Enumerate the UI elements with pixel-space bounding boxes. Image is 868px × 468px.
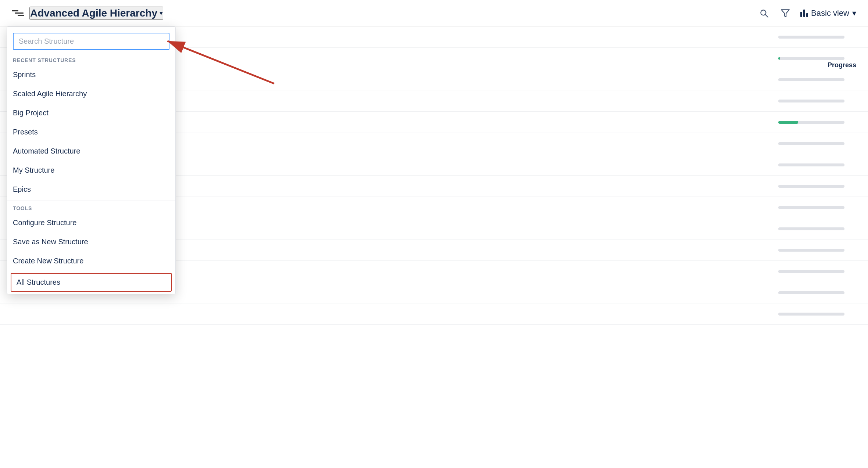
- progress-bar: [778, 206, 844, 209]
- menu-item-save-as-new[interactable]: Save as New Structure: [7, 233, 175, 252]
- search-button[interactable]: [758, 7, 770, 19]
- progress-bar: [778, 78, 844, 81]
- progress-bar: [778, 163, 844, 166]
- svg-line-1: [765, 14, 768, 17]
- basic-view-chevron: ▾: [852, 8, 856, 18]
- filter-button[interactable]: [779, 7, 792, 19]
- menu-item-epics[interactable]: Epics: [7, 180, 175, 199]
- bar-chart-icon: [800, 10, 808, 17]
- structure-title-text: Advanced Agile Hierarchy: [30, 7, 157, 19]
- progress-bar: [778, 313, 844, 316]
- main-content: Progress ...c ...ant Epic ...portant sub…: [0, 26, 868, 468]
- progress-bar: [778, 249, 844, 252]
- progress-bar: [778, 227, 844, 230]
- menu-item-big-project[interactable]: Big Project: [7, 104, 175, 123]
- menu-item-my-structure[interactable]: My Structure: [7, 161, 175, 180]
- svg-marker-2: [781, 10, 789, 17]
- search-structure-input[interactable]: [13, 33, 169, 50]
- header-right: Basic view ▾: [758, 7, 856, 19]
- progress-bar: [778, 100, 844, 102]
- progress-bar: [778, 270, 844, 273]
- search-box-wrap: [7, 27, 175, 54]
- menu-item-scaled-agile[interactable]: Scaled Agile Hierarchy: [7, 84, 175, 104]
- structure-title-button[interactable]: Advanced Agile Hierarchy ▾: [29, 7, 163, 20]
- progress-bar: [778, 121, 844, 124]
- menu-item-presets[interactable]: Presets: [7, 123, 175, 142]
- menu-item-configure-structure[interactable]: Configure Structure: [7, 213, 175, 233]
- header-left: Advanced Agile Hierarchy ▾: [12, 7, 163, 20]
- structure-dropdown: RECENT STRUCTURES Sprints Scaled Agile H…: [7, 26, 176, 294]
- structure-hierarchy-icon: [12, 10, 24, 16]
- progress-bar: [778, 185, 844, 188]
- menu-item-automated-structure[interactable]: Automated Structure: [7, 142, 175, 161]
- progress-column-header: Progress: [828, 61, 856, 69]
- progress-bar: [778, 291, 844, 294]
- progress-bar: [778, 142, 844, 145]
- tools-label: TOOLS: [7, 202, 175, 213]
- header: Advanced Agile Hierarchy ▾ Basic view ▾: [0, 0, 868, 26]
- table-row: [0, 303, 868, 325]
- menu-item-create-new[interactable]: Create New Structure: [7, 252, 175, 271]
- recent-structures-label: RECENT STRUCTURES: [7, 54, 175, 65]
- basic-view-button[interactable]: Basic view ▾: [800, 8, 856, 18]
- basic-view-label: Basic view: [811, 8, 849, 18]
- progress-bar: [778, 57, 844, 60]
- progress-bar: [778, 36, 844, 39]
- menu-item-sprints[interactable]: Sprints: [7, 65, 175, 84]
- chevron-down-icon: ▾: [160, 10, 162, 17]
- menu-item-all-structures[interactable]: All Structures: [11, 273, 172, 292]
- divider: [7, 201, 175, 201]
